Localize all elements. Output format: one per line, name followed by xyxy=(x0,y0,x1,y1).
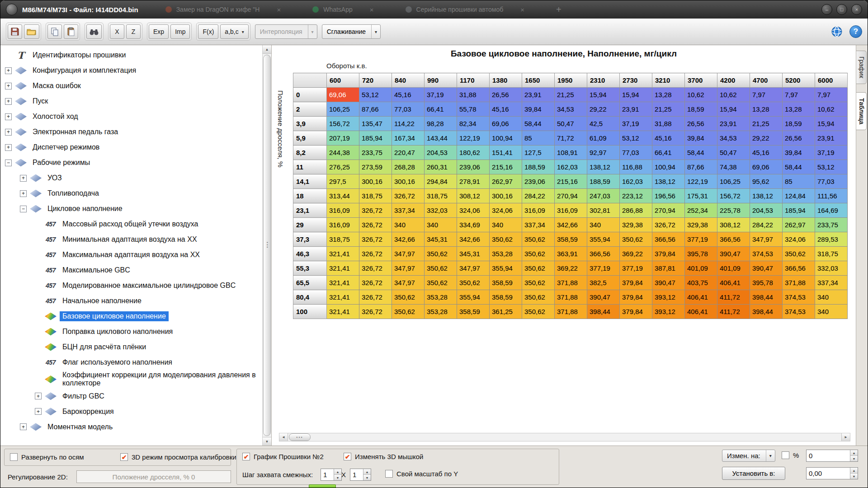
column-header[interactable]: 3700 xyxy=(685,73,717,88)
map-cell[interactable]: 77,03 xyxy=(620,145,652,160)
map-cell[interactable]: 353,28 xyxy=(490,247,522,261)
map-cell[interactable]: 321,41 xyxy=(327,290,359,305)
tree-item[interactable]: +Конфигурация и комплектация xyxy=(0,63,262,78)
map-cell[interactable]: 324,06 xyxy=(457,203,490,218)
map-cell[interactable]: 318,75 xyxy=(359,189,392,203)
map-cell[interactable]: 329,38 xyxy=(685,218,717,232)
map-cell[interactable]: 363,91 xyxy=(555,247,587,261)
scrollbar-thumb[interactable]: ••• xyxy=(289,433,311,441)
tree-item[interactable]: БЦН для расчёта плёнки xyxy=(0,339,262,355)
map-cell[interactable]: 29,22 xyxy=(750,131,783,145)
row-header[interactable]: 5,9 xyxy=(293,131,327,145)
map-cell[interactable]: 350,62 xyxy=(425,276,457,290)
map-cell[interactable]: 45,16 xyxy=(652,131,685,145)
map-cell[interactable]: 379,84 xyxy=(620,290,652,305)
map-cell[interactable]: 366,56 xyxy=(783,261,815,276)
map-cell[interactable]: 66,41 xyxy=(652,145,685,160)
map-cell[interactable]: 116,88 xyxy=(620,160,652,174)
map-cell[interactable]: 53,12 xyxy=(815,160,848,174)
map-cell[interactable]: 321,41 xyxy=(327,305,359,319)
map-cell[interactable]: 324,06 xyxy=(783,232,815,247)
map-cell[interactable]: 26,56 xyxy=(783,131,815,145)
map-cell[interactable]: 13,28 xyxy=(750,102,783,117)
map-cell[interactable]: 276,25 xyxy=(327,160,359,174)
map-cell[interactable]: 347,97 xyxy=(750,232,783,247)
column-header[interactable]: 990 xyxy=(425,73,457,88)
map-cell[interactable]: 143,44 xyxy=(425,131,457,145)
close-button[interactable]: × xyxy=(851,4,862,15)
column-header[interactable]: 1170 xyxy=(457,73,490,88)
map-cell[interactable]: 342,66 xyxy=(555,218,587,232)
map-cell[interactable]: 366,56 xyxy=(587,247,620,261)
map-cell[interactable]: 77,03 xyxy=(815,174,848,189)
map-cell[interactable]: 350,62 xyxy=(425,247,457,261)
change-value-input[interactable]: 0 ▲▼ xyxy=(806,450,858,462)
map-cell[interactable]: 167,34 xyxy=(392,131,425,145)
tree-item[interactable]: −Рабочие режимы xyxy=(0,155,262,170)
map-cell[interactable]: 284,22 xyxy=(750,218,783,232)
map-cell[interactable]: 369,22 xyxy=(555,261,587,276)
column-header[interactable]: 2310 xyxy=(587,73,620,88)
map-cell[interactable]: 350,62 xyxy=(392,290,425,305)
map-cell[interactable]: 138,12 xyxy=(587,160,620,174)
map-cell[interactable]: 401,09 xyxy=(685,261,717,276)
map-cell[interactable]: 215,16 xyxy=(490,160,522,174)
tab-graph[interactable]: График xyxy=(856,51,867,84)
tree-item[interactable]: +Фильтр GBC xyxy=(0,389,262,404)
map-cell[interactable]: 180,62 xyxy=(457,145,490,160)
map-cell[interactable]: 37,19 xyxy=(620,117,652,131)
map-cell[interactable]: 347,97 xyxy=(392,261,425,276)
scroll-down-icon[interactable]: ▼ xyxy=(263,437,271,446)
map-cell[interactable]: 377,19 xyxy=(685,232,717,247)
tree-collapse-icon[interactable]: − xyxy=(5,160,12,166)
map-cell[interactable]: 61,09 xyxy=(587,131,620,145)
map-cell[interactable]: 207,19 xyxy=(327,131,359,145)
regulation-2d-input[interactable]: Положение дросселя, % 0 xyxy=(76,470,231,483)
map-cell[interactable]: 23,91 xyxy=(620,102,652,117)
map-cell[interactable]: 53,12 xyxy=(620,131,652,145)
grab-step-x-spinner[interactable]: 1 ▲▼ xyxy=(321,469,342,481)
tree-item[interactable]: 457Флаг используемого наполнения xyxy=(0,355,262,370)
spin-down-icon[interactable]: ▼ xyxy=(334,475,341,480)
map-cell[interactable]: 374,53 xyxy=(750,247,783,261)
expand-axes-checkbox[interactable]: Развернуть по осям xyxy=(10,453,84,461)
map-cell[interactable]: 350,62 xyxy=(783,247,815,261)
map-cell[interactable]: 244,38 xyxy=(327,145,359,160)
map-cell[interactable]: 122,19 xyxy=(457,131,490,145)
map-cell[interactable]: 29,22 xyxy=(587,102,620,117)
map-cell[interactable]: 26,56 xyxy=(685,117,717,131)
map-cell[interactable]: 302,81 xyxy=(587,203,620,218)
map-cell[interactable]: 127,5 xyxy=(522,145,555,160)
map-cell[interactable]: 87,66 xyxy=(359,102,392,117)
tree-expand-icon[interactable]: + xyxy=(20,175,27,182)
map-cell[interactable]: 411,72 xyxy=(717,290,750,305)
map-cell[interactable]: 69,06 xyxy=(490,117,522,131)
map-cell[interactable]: 334,69 xyxy=(457,218,490,232)
smoothing-dropdown[interactable]: Сглаживание ▾ xyxy=(322,24,381,39)
map-cell[interactable]: 37,19 xyxy=(425,88,457,102)
map-cell[interactable]: 156,72 xyxy=(327,117,359,131)
percent-checkbox[interactable]: % xyxy=(782,451,799,459)
tree-item[interactable]: +Барокоррекция xyxy=(0,404,262,419)
map-cell[interactable]: 316,09 xyxy=(327,203,359,218)
map-cell[interactable]: 175,31 xyxy=(685,189,717,203)
map-cell[interactable]: 337,34 xyxy=(522,218,555,232)
map-cell[interactable]: 390,47 xyxy=(587,290,620,305)
scrollbar-thumb[interactable]: ••• xyxy=(263,55,271,436)
map-cell[interactable]: 151,41 xyxy=(490,145,522,160)
tree-expand-icon[interactable]: + xyxy=(5,67,12,74)
row-header[interactable]: 8,2 xyxy=(293,145,327,160)
map-cell[interactable]: 260,31 xyxy=(425,160,457,174)
map-cell[interactable]: 204,53 xyxy=(425,145,457,160)
column-header[interactable]: 2730 xyxy=(620,73,652,88)
map-cell[interactable]: 350,62 xyxy=(425,261,457,276)
map-cell[interactable]: 21,25 xyxy=(652,102,685,117)
grab-step-y-spinner[interactable]: 1 ▲▼ xyxy=(350,469,371,481)
map-cell[interactable]: 284,22 xyxy=(522,189,555,203)
map-cell[interactable]: 215,16 xyxy=(555,174,587,189)
map-cell[interactable]: 262,97 xyxy=(490,174,522,189)
row-header[interactable]: 18 xyxy=(293,189,327,203)
column-header[interactable]: 3210 xyxy=(652,73,685,88)
map-cell[interactable]: 45,16 xyxy=(392,88,425,102)
map-cell[interactable]: 82,34 xyxy=(457,117,490,131)
